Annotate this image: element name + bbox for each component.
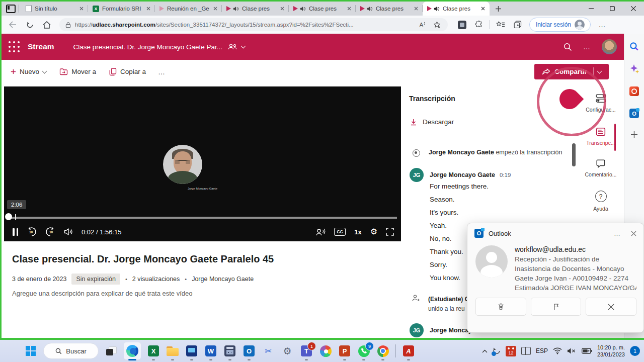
home-icon[interactable]: [40, 18, 54, 32]
more-options-icon[interactable]: …: [583, 43, 591, 51]
account-avatar[interactable]: [602, 39, 617, 54]
new-tab-button[interactable]: [493, 3, 504, 14]
rewind-10-icon[interactable]: 10: [27, 227, 37, 237]
rail-comments-button[interactable]: Comentario...: [583, 159, 619, 177]
maximize-icon[interactable]: [602, 2, 623, 16]
taskbar-search[interactable]: Buscar: [43, 343, 99, 359]
favorite-add-icon[interactable]: [431, 19, 442, 30]
read-aloud-icon[interactable]: A: [420, 22, 427, 28]
tab-close-icon[interactable]: [78, 5, 85, 12]
shared-people-icon[interactable]: [227, 43, 237, 50]
battery-icon[interactable]: [582, 348, 592, 354]
onedrive-sync-icon[interactable]: [493, 347, 501, 355]
tab-close-icon[interactable]: [145, 5, 152, 12]
video-player[interactable]: Jorge Moncayo Gaete 2:06 10 10 0:02 / 1:…: [4, 86, 401, 241]
teams-app-icon[interactable]: T1: [300, 344, 313, 357]
notification-count-badge[interactable]: 1: [630, 346, 640, 356]
file-explorer-icon[interactable]: [166, 344, 179, 357]
back-icon[interactable]: [6, 18, 20, 32]
acrobat-app-icon[interactable]: A: [402, 344, 415, 357]
refresh-icon[interactable]: [23, 18, 37, 32]
transcript-scrollbar[interactable]: [572, 143, 576, 166]
tab-clase-pres-2[interactable]: Clase pres: [289, 2, 356, 16]
browser-menu-icon[interactable]: …: [595, 18, 609, 32]
flag-mail-button[interactable]: [531, 298, 582, 316]
volume-muted-icon[interactable]: [567, 347, 577, 354]
task-view-icon[interactable]: [105, 344, 118, 357]
snipping-tool-icon[interactable]: ✂: [262, 344, 275, 357]
delete-mail-button[interactable]: [475, 298, 526, 316]
document-title[interactable]: Clase presencial. Dr. Jorge Moncayo Gaet…: [73, 43, 222, 51]
tab-clase-pres-3[interactable]: Clase pres: [356, 2, 423, 16]
close-window-icon[interactable]: [623, 2, 644, 16]
extension-app-icon[interactable]: [455, 18, 469, 32]
favorites-bar-icon[interactable]: [494, 18, 508, 32]
video-owner[interactable]: Jorge Moncayo Gaete: [192, 276, 254, 283]
tab-close-icon[interactable]: [279, 5, 286, 12]
tab-close-icon[interactable]: [413, 5, 420, 12]
powerpoint-app-icon[interactable]: P: [338, 344, 351, 357]
whatsapp-app-icon[interactable]: 9: [357, 344, 370, 357]
download-transcript-button[interactable]: Descargar: [410, 118, 454, 126]
sidebar-outlook-icon[interactable]: O: [629, 109, 639, 118]
outlook-app-icon[interactable]: O: [243, 344, 256, 357]
video-description-placeholder[interactable]: Agregue una descripción para explicar de…: [12, 290, 192, 297]
collections-icon[interactable]: [511, 18, 525, 32]
tab-actions-icon[interactable]: [5, 4, 17, 14]
seek-thumb[interactable]: [5, 213, 12, 220]
settings-app-icon[interactable]: ⚙: [281, 344, 294, 357]
sidebar-add-icon[interactable]: [630, 131, 638, 138]
sidebar-search-icon[interactable]: [629, 42, 639, 51]
start-button[interactable]: [24, 344, 37, 357]
app-launcher-icon[interactable]: [8, 40, 21, 53]
playback-speed-button[interactable]: 1x: [354, 228, 361, 236]
clock[interactable]: 10:20 p. m. 23/01/2023: [597, 344, 625, 358]
transcript-entry-header[interactable]: JG Jorge Moncay: [410, 323, 472, 337]
tab-close-icon[interactable]: [212, 5, 219, 12]
edge-app-icon[interactable]: [124, 342, 141, 359]
sidebar-copilot-icon[interactable]: [629, 64, 639, 74]
tray-expand-icon[interactable]: [482, 349, 488, 353]
sign-in-button[interactable]: Iniciar sesión: [529, 18, 591, 32]
more-commands-icon[interactable]: …: [158, 68, 166, 76]
transcript-toggle-icon[interactable]: [315, 228, 326, 236]
copy-to-button[interactable]: Copiar a: [109, 68, 146, 76]
outlook-notification[interactable]: O Outlook … workflow@udla.edu.ec Recepci…: [467, 223, 644, 333]
seek-bar[interactable]: [8, 217, 397, 219]
tab-close-icon[interactable]: [346, 5, 353, 12]
minimize-icon[interactable]: [581, 2, 602, 16]
fullscreen-icon[interactable]: [386, 228, 394, 236]
extensions-puzzle-icon[interactable]: [472, 18, 486, 32]
captions-icon[interactable]: CC: [334, 228, 346, 236]
forward-10-icon[interactable]: 10: [45, 227, 55, 237]
tab-reunion[interactable]: Reunión en _Ge: [155, 2, 222, 16]
tab-clase-pres-active[interactable]: Clase pres: [423, 2, 490, 16]
calculator-app-icon[interactable]: [223, 344, 236, 357]
move-to-button[interactable]: Mover a: [59, 68, 96, 75]
search-icon[interactable]: [564, 43, 572, 51]
tab-formulario-sri[interactable]: X Formulario SRI: [88, 2, 155, 16]
language-indicator[interactable]: ESP: [536, 347, 548, 354]
notification-close-icon[interactable]: [631, 231, 636, 236]
rail-help-button[interactable]: ? Ayuda: [583, 191, 619, 212]
tab-sin-titulo[interactable]: Sin título: [21, 2, 88, 16]
sidebar-office-icon[interactable]: [629, 86, 639, 96]
word-app-icon[interactable]: W: [204, 344, 217, 357]
excel-app-icon[interactable]: X: [147, 344, 160, 357]
app-name[interactable]: Stream: [28, 42, 54, 51]
player-settings-icon[interactable]: ⚙: [370, 228, 377, 236]
pause-button[interactable]: [13, 228, 18, 236]
notification-body[interactable]: workflow@udla.edu.ec Recepción - Justifi…: [467, 243, 643, 293]
chevron-down-icon[interactable]: [241, 44, 246, 49]
paint-app-icon[interactable]: [319, 344, 332, 357]
scanner-app-icon[interactable]: [185, 344, 198, 357]
volume-icon[interactable]: [64, 228, 73, 236]
notification-more-icon[interactable]: …: [614, 230, 621, 237]
expiration-badge[interactable]: Sin expiración: [71, 274, 120, 285]
address-bar[interactable]: https://udlaec.sharepoint.com/sites/Sect…: [59, 18, 448, 31]
chrome-app-icon[interactable]: [376, 344, 389, 357]
dismiss-mail-button[interactable]: [586, 298, 636, 316]
new-button[interactable]: + Nuevo: [11, 67, 46, 76]
tab-close-icon[interactable]: [479, 5, 487, 12]
tab-clase-pres-1[interactable]: Clase pres: [222, 2, 289, 16]
